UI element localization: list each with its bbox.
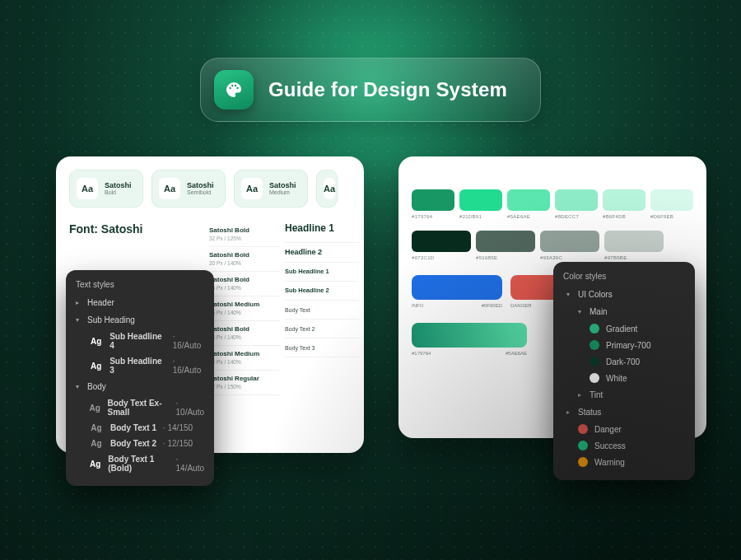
headline-1: Headline 1: [285, 222, 359, 243]
color-dot-icon: [578, 424, 588, 434]
font-sample: Aa: [77, 178, 98, 199]
color-dot-icon: [590, 340, 599, 350]
font-chip-cut[interactable]: Aa: [316, 170, 338, 208]
chevron-right-icon: ▸: [76, 299, 82, 306]
stage: Guide for Design System Aa SatoshiBold A…: [0, 0, 741, 560]
color-dot-icon: [578, 441, 588, 450]
color-styles-panel: Color styles ▾UI Colors ▾Main Gradient P…: [553, 262, 695, 480]
page-title: Guide for Design System: [268, 78, 507, 101]
group-ui-colors[interactable]: ▾UI Colors: [562, 286, 687, 303]
color-item[interactable]: Primary-700: [562, 337, 687, 353]
color-item[interactable]: Danger: [562, 421, 687, 437]
group-body[interactable]: ▾Body: [74, 378, 206, 395]
font-sample: Aa: [324, 178, 335, 199]
chevron-down-icon: ▾: [578, 308, 585, 315]
swatch[interactable]: #5AE6AE: [507, 189, 550, 219]
chevron-down-icon: ▾: [76, 383, 82, 390]
swatch[interactable]: #93A39C: [540, 231, 599, 260]
swatch[interactable]: #D6F9EB: [650, 189, 693, 219]
swatch[interactable]: #B6F4DB: [603, 189, 645, 219]
color-item[interactable]: Gradient: [562, 320, 687, 337]
svg-point-2: [235, 85, 236, 86]
headline-samples-col: Headline 1 Headline 2 Sub Headline 1 Sub…: [285, 222, 359, 438]
group-sub-heading[interactable]: ▾Sub Heading: [74, 311, 206, 329]
color-item[interactable]: Success: [562, 437, 687, 454]
color-dot-icon: [590, 357, 599, 366]
svg-point-1: [231, 85, 233, 86]
svg-point-0: [229, 87, 231, 89]
font-chip[interactable]: Aa SatoshiMedium: [234, 170, 308, 208]
swatch[interactable]: #21DB91: [459, 189, 502, 219]
primary-swatch-row: #179764 #21DB91 #5AE6AE #8DECC7 #B6F4DB …: [412, 189, 693, 219]
font-sample: Aa: [159, 178, 180, 199]
style-item[interactable]: AgBody Text 1· 14/150: [74, 420, 206, 436]
group-header[interactable]: ▸Header: [74, 294, 206, 311]
palette-icon: [214, 70, 254, 110]
chevron-right-icon: ▸: [578, 391, 585, 399]
page-title-pill: Guide for Design System: [200, 58, 541, 122]
font-name-heading: Font: Satoshi: [69, 222, 209, 236]
style-item[interactable]: AgSub Headline 3· 16/Auto: [74, 353, 206, 378]
swatch[interactable]: #179764: [412, 189, 454, 219]
style-item[interactable]: AgBody Text 2· 12/150: [74, 436, 206, 451]
color-item[interactable]: Dark-700: [562, 353, 687, 370]
swatch[interactable]: #51685E: [476, 231, 535, 260]
swatch[interactable]: #072C1D: [412, 231, 471, 260]
dark-swatch-row: #072C1D #51685E #93A39C #97B5BE: [412, 231, 693, 260]
color-item[interactable]: Warning: [562, 454, 687, 470]
color-dot-icon: [590, 373, 599, 383]
style-item[interactable]: AgSub Headline 4· 16/Auto: [74, 329, 206, 353]
type-specs-col: Satoshi Bold32 Px / 125% Satoshi Bold20 …: [209, 222, 285, 438]
text-styles-panel: Text styles ▸Header ▾Sub Heading AgSub H…: [66, 270, 214, 486]
chevron-down-icon: ▾: [566, 291, 573, 298]
group-tint[interactable]: ▸Tint: [562, 386, 687, 404]
color-dot-icon: [578, 457, 588, 467]
color-item[interactable]: White: [562, 370, 687, 386]
color-dot-icon: [590, 324, 599, 334]
font-chip-row: Aa SatoshiBold Aa SatoshiSemibold Aa Sat…: [56, 156, 364, 208]
svg-point-3: [236, 87, 238, 89]
group-status[interactable]: ▸Status: [562, 404, 687, 421]
swatch-gradient[interactable]: #179764#5AE6AE: [412, 323, 527, 356]
group-main[interactable]: ▾Main: [562, 303, 687, 320]
chevron-right-icon: ▸: [566, 408, 573, 416]
panel-title: Color styles: [563, 272, 685, 281]
chevron-down-icon: ▾: [76, 316, 82, 324]
style-item[interactable]: AgBody Text 1 (Bold)· 14/Auto: [74, 451, 206, 476]
font-sample: Aa: [241, 178, 263, 199]
font-chip[interactable]: Aa SatoshiSemibold: [151, 170, 226, 208]
swatch[interactable]: #97B5BE: [604, 231, 664, 260]
style-item[interactable]: AgBody Text Ex-Small· 10/Auto: [74, 395, 206, 420]
panel-title: Text styles: [76, 280, 204, 289]
swatch[interactable]: #8DECC7: [555, 189, 598, 219]
font-chip[interactable]: Aa SatoshiBold: [69, 170, 143, 208]
swatch-info[interactable]: INFO#0F60ED: [412, 275, 502, 308]
